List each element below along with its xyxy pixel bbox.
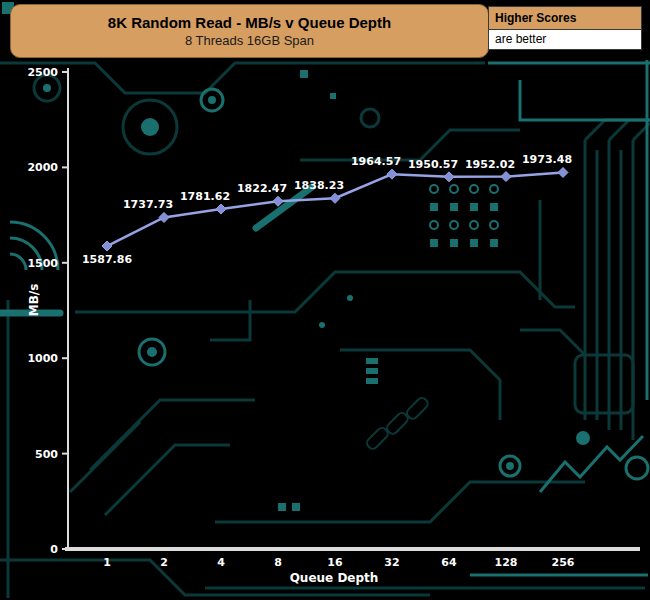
data-point-label: 1737.73 [123, 198, 173, 211]
x-tick-label: 128 [495, 556, 518, 569]
data-point-label: 1973.48 [522, 153, 572, 166]
data-point-marker [444, 172, 454, 182]
chart-title-box: 8K Random Read - MB/s v Queue Depth 8 Th… [10, 4, 489, 58]
data-point-label: 1822.47 [237, 182, 287, 195]
x-tick-label: 16 [327, 556, 343, 569]
data-point-marker [330, 193, 340, 203]
data-point-marker [501, 172, 511, 182]
data-point-label: 1950.57 [408, 158, 458, 171]
note-body: are better [489, 30, 641, 49]
note-title: Higher Scores [489, 7, 641, 30]
y-tick-label: 1000 [27, 352, 58, 365]
chart-subtitle: 8 Threads 16GB Span [11, 33, 488, 48]
x-tick-label: 8 [274, 556, 282, 569]
data-point-marker [159, 212, 169, 222]
y-tick-label: 2000 [27, 161, 58, 174]
y-axis-title: MB/s [27, 284, 41, 317]
y-tick-label: 0 [50, 543, 58, 556]
y-tick-label: 500 [35, 448, 58, 461]
data-point-label: 1838.23 [294, 179, 344, 192]
data-point-label: 1781.62 [180, 190, 230, 203]
data-point-marker [273, 196, 283, 206]
y-tick-label: 1500 [27, 257, 58, 270]
data-point-label: 1587.86 [82, 253, 132, 266]
x-tick-label: 1 [103, 556, 111, 569]
data-point-label: 1952.02 [465, 158, 515, 171]
x-tick-label: 32 [384, 556, 399, 569]
chart-svg: 0500100015002000250012481632641282561587… [0, 0, 650, 600]
x-axis-title: Queue Depth [290, 571, 379, 585]
screenshot-root: 0500100015002000250012481632641282561587… [0, 0, 650, 600]
chart-title: 8K Random Read - MB/s v Queue Depth [11, 14, 488, 31]
higher-scores-note: Higher Scores are better [488, 6, 642, 50]
data-point-marker [558, 167, 568, 177]
x-tick-label: 256 [552, 556, 575, 569]
data-point-label: 1964.57 [351, 155, 401, 168]
x-tick-label: 4 [217, 556, 225, 569]
x-tick-label: 64 [441, 556, 457, 569]
data-point-marker [102, 241, 112, 251]
y-tick-label: 2500 [27, 66, 58, 79]
data-point-marker [387, 169, 397, 179]
data-point-marker [216, 204, 226, 214]
x-tick-label: 2 [160, 556, 168, 569]
